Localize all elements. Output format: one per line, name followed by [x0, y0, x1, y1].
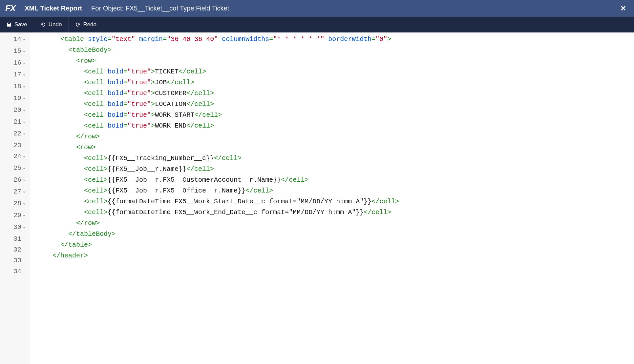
fold-marker-icon[interactable]: ▾ — [22, 47, 25, 57]
code-line[interactable]: <table style="text" margin="36 40 36 40"… — [37, 34, 634, 45]
gutter-line[interactable]: 31 — [5, 233, 29, 244]
token-tag: </cell> — [186, 122, 214, 130]
gutter-line[interactable]: 29▾ — [5, 210, 29, 222]
fold-marker-icon[interactable]: ▾ — [22, 164, 25, 174]
code-line[interactable]: </header> — [37, 250, 634, 261]
app-logo: FX — [5, 3, 15, 13]
code-line[interactable]: <cell>{{FX5__Job__r.FX5__CustomerAccount… — [37, 174, 634, 185]
gutter-line[interactable]: 26▾ — [5, 174, 29, 186]
gutter-line[interactable]: 21▾ — [5, 116, 29, 128]
token-tag: </cell> — [186, 90, 214, 97]
fold-marker-icon[interactable]: ▾ — [22, 187, 25, 198]
gutter-line[interactable]: 25▾ — [5, 163, 29, 174]
token-attr: bold — [108, 90, 123, 97]
line-number: 29 — [13, 212, 21, 219]
code-line[interactable]: <cell bold="true">CUSTOMER</cell> — [37, 88, 634, 99]
token-text: {{FX5__Job__r.FX5__CustomerAccount__r.Na… — [108, 176, 281, 184]
line-number: 27 — [13, 188, 21, 195]
gutter-line[interactable]: 22▾ — [5, 128, 29, 140]
fold-marker-icon[interactable]: ▾ — [22, 117, 25, 128]
gutter-line[interactable]: 16▾ — [5, 57, 29, 69]
fold-marker-icon[interactable]: ▾ — [22, 223, 25, 233]
fold-marker-icon[interactable]: ▾ — [22, 152, 25, 163]
code-line[interactable]: <row> — [37, 55, 634, 66]
token-tag: = — [269, 35, 273, 43]
editor-code-area[interactable]: <table style="text" margin="36 40 36 40"… — [30, 32, 634, 364]
code-line[interactable]: <cell>{{FX5__Job__r.Name}}</cell> — [37, 164, 634, 174]
line-number: 19 — [13, 94, 21, 102]
token-tag: <cell> — [84, 198, 108, 205]
token-tag: > — [151, 111, 155, 119]
token-tag: </cell> — [186, 100, 214, 108]
gutter-line[interactable]: 30▾ — [5, 222, 29, 233]
code-line[interactable]: <cell>{{FX5__Tracking_Number__c}}</cell> — [37, 153, 634, 164]
fold-marker-icon[interactable]: ▾ — [22, 35, 25, 46]
gutter-line[interactable]: 15▾ — [5, 46, 29, 57]
token-tag: <cell — [84, 100, 104, 108]
gutter-line[interactable]: 17▾ — [5, 69, 29, 81]
gutter-line[interactable]: 24▾ — [5, 151, 29, 163]
toolbar: Save Undo Redo — [0, 17, 634, 32]
gutter-line[interactable]: 20▾ — [5, 105, 29, 116]
gutter-line[interactable]: 27▾ — [5, 186, 29, 198]
code-line[interactable]: </table> — [37, 239, 634, 250]
gutter-line[interactable]: 28▾ — [5, 198, 29, 210]
code-line[interactable]: </row> — [37, 131, 634, 142]
code-line[interactable]: <row> — [37, 142, 634, 153]
code-line[interactable]: <tableBody> — [37, 45, 634, 55]
token-tag: </row> — [76, 219, 100, 227]
undo-button[interactable]: Undo — [34, 17, 69, 32]
token-tag: <cell — [84, 122, 104, 130]
token-tag: </header> — [53, 252, 88, 259]
code-editor[interactable]: 14▾15▾16▾17▾18▾19▾20▾21▾22▾2324▾25▾26▾27… — [0, 32, 634, 364]
line-number: 21 — [13, 118, 21, 126]
token-tag: > — [151, 100, 155, 108]
code-line[interactable]: <cell>{{formatDateTime FX5__Work_End_Dat… — [37, 207, 634, 218]
gutter-line[interactable]: 34 — [5, 266, 29, 277]
code-line[interactable]: </tableBody> — [37, 229, 634, 239]
line-number: 31 — [13, 235, 21, 243]
gutter-line[interactable]: 14▾ — [5, 34, 29, 46]
fold-marker-icon[interactable]: ▾ — [22, 82, 25, 93]
line-number: 16 — [13, 59, 21, 67]
code-line[interactable]: <cell bold="true">LOCATION</cell> — [37, 99, 634, 110]
token-text — [104, 79, 108, 86]
fold-marker-icon[interactable]: ▾ — [22, 129, 25, 140]
code-line[interactable]: <cell bold="true">WORK START</cell> — [37, 110, 634, 120]
close-icon: ✕ — [620, 4, 626, 12]
line-number: 20 — [13, 106, 21, 114]
close-button[interactable]: ✕ — [618, 4, 629, 13]
fold-marker-icon[interactable]: ▾ — [22, 70, 25, 81]
token-str: "true" — [127, 90, 151, 97]
line-number: 30 — [13, 223, 21, 231]
redo-button[interactable]: Redo — [69, 17, 103, 32]
line-number: 32 — [13, 246, 21, 253]
token-str: "0" — [375, 35, 387, 43]
code-line[interactable]: <cell bold="true">TICKET</cell> — [37, 66, 634, 77]
fold-marker-icon[interactable]: ▾ — [22, 58, 25, 69]
token-attr: borderWidth — [328, 35, 371, 43]
code-line[interactable]: </row> — [37, 218, 634, 229]
code-line[interactable]: <cell>{{FX5__Job__r.FX5__Office__r.Name}… — [37, 185, 634, 196]
fold-marker-icon[interactable]: ▾ — [22, 106, 25, 116]
fold-marker-icon[interactable]: ▾ — [22, 175, 25, 186]
code-line[interactable]: <cell bold="true">WORK END</cell> — [37, 120, 634, 131]
token-tag: </cell> — [371, 198, 399, 205]
line-number: 14 — [13, 35, 21, 43]
save-button[interactable]: Save — [0, 17, 34, 32]
gutter-line[interactable]: 23 — [5, 140, 29, 151]
token-tag: <cell> — [84, 176, 108, 184]
gutter-line[interactable]: 19▾ — [5, 93, 29, 105]
fold-marker-icon[interactable]: ▾ — [22, 94, 25, 105]
gutter-line[interactable]: 32 — [5, 244, 29, 255]
token-tag: </cell> — [194, 111, 222, 119]
code-line[interactable]: <cell>{{formatDateTime FX5__Work_Start_D… — [37, 196, 634, 207]
titlebar: FX XML Ticket Report For Object: FX5__Ti… — [0, 0, 634, 17]
gutter-line[interactable]: 33 — [5, 255, 29, 266]
gutter-line[interactable]: 18▾ — [5, 81, 29, 93]
token-tag: </cell> — [281, 176, 308, 184]
token-text — [218, 35, 222, 43]
fold-marker-icon[interactable]: ▾ — [22, 211, 25, 222]
fold-marker-icon[interactable]: ▾ — [22, 199, 25, 210]
code-line[interactable]: <cell bold="true">JOB</cell> — [37, 77, 634, 88]
